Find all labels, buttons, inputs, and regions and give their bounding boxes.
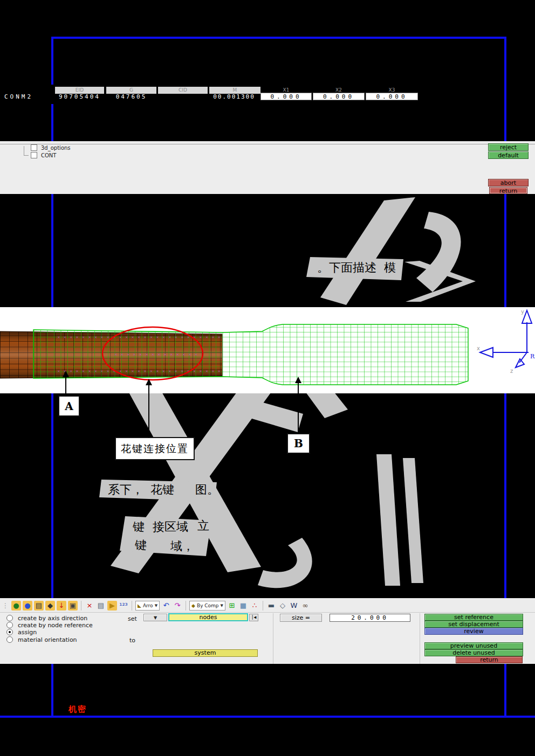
doc-text-fragment: 接区域 <box>153 521 188 533</box>
doc-text-fragment: 模 <box>384 262 396 274</box>
clip-view-icon[interactable]: ▬ <box>266 601 276 611</box>
set-dropdown[interactable]: ▼ <box>143 614 167 621</box>
panel-return-button[interactable]: return <box>456 656 523 663</box>
checkbox-label: 3d_options <box>41 145 71 151</box>
radio-icon <box>6 622 13 628</box>
delete-icon[interactable]: × <box>85 601 94 611</box>
hypermesh-panel: ⋮●●▤◆↓▣×▤▶¹²³◣Arro▼↶↷◆By Comp▼⊞■∴▬◇W∞ cr… <box>0 598 535 664</box>
wide-view-icon[interactable]: W <box>289 601 299 611</box>
system-button[interactable]: system <box>153 649 258 657</box>
wireframe-view-icon[interactable]: ⊞ <box>227 601 237 611</box>
spline-marker-row: ××××××××××××××××××××××××××× <box>57 369 224 373</box>
radio-create-by-axis-direction[interactable]: create by axis direction <box>6 615 87 621</box>
annotation-arrowhead <box>146 379 152 385</box>
new-session-icon[interactable]: ● <box>11 601 21 611</box>
solver-deck-icon[interactable]: ▣ <box>68 601 78 611</box>
glasses-icon[interactable]: ∞ <box>300 601 310 611</box>
checkbox-icon <box>31 152 37 158</box>
annotation-arrow <box>148 385 149 438</box>
field-x2[interactable]: 0.000 <box>313 93 365 100</box>
radio-label: material orientation <box>18 636 77 643</box>
delete-unused-button[interactable]: delete unused <box>424 649 523 656</box>
reject-button[interactable]: reject <box>488 143 529 151</box>
preview-unused-button[interactable]: preview unused <box>424 642 523 649</box>
save-file-icon[interactable]: ↓ <box>57 601 66 611</box>
option-tree-line <box>24 146 24 155</box>
doc-text-fragment: 系下， <box>108 484 143 496</box>
annotation-arrow <box>65 377 66 396</box>
doc-text-fragment: 键 <box>135 539 147 551</box>
shaded-view-icon[interactable]: ■ <box>238 601 248 611</box>
field-m[interactable]: 00.001300 <box>208 93 260 100</box>
annotation-b: B <box>287 433 310 454</box>
field-x1[interactable]: 0.000 <box>260 93 312 100</box>
hm-toolbar: ⋮●●▤◆↓▣×▤▶¹²³◣Arro▼↶↷◆By Comp▼⊞■∴▬◇W∞ <box>0 599 535 613</box>
export-file-icon[interactable]: ◆ <box>45 601 55 611</box>
radio-material-orientation[interactable]: material orientation <box>6 636 77 643</box>
annotation-spline-label: 花键连接位置 <box>115 437 195 460</box>
rotate-right-icon[interactable]: ↷ <box>173 601 182 611</box>
set-reference-button[interactable]: set reference <box>424 614 523 621</box>
radio-assign[interactable]: assign <box>6 629 37 635</box>
nodes-selector[interactable]: nodes <box>168 613 248 621</box>
doc-text-fragment: 花键 <box>150 484 174 496</box>
col-header-cid: CID <box>158 87 208 94</box>
axis-label-x: x <box>477 345 480 351</box>
option-3d-options-checkbox[interactable]: 3d_options <box>31 144 71 151</box>
wireframe-shaft-mesh <box>33 324 468 385</box>
panel-divider <box>420 613 420 664</box>
review-button[interactable]: review <box>424 628 523 635</box>
field-g[interactable]: 047605 <box>106 93 156 100</box>
annotation-arrowhead <box>63 371 69 377</box>
abort-button[interactable]: abort <box>488 179 529 186</box>
toolbar-grip: ⋮ <box>2 602 9 609</box>
doc-text-fragment: 图。 <box>195 484 219 496</box>
field-eid[interactable]: 90705404 <box>55 93 104 100</box>
selector-reset-button[interactable]: |◀ <box>249 614 258 621</box>
to-label: to <box>129 637 135 644</box>
card-editor-panel: 3d_options CONT reject default abort ret… <box>0 141 535 194</box>
annotation-a: A <box>58 396 80 417</box>
doc-text-fragment: 域， <box>170 540 194 552</box>
checkbox-icon <box>31 144 37 151</box>
option-tree-line <box>24 155 29 156</box>
axis-label-r: R <box>530 353 535 360</box>
open-model-icon[interactable]: ● <box>23 601 32 611</box>
radio-label: create by axis direction <box>18 615 87 622</box>
organize-icon[interactable]: ▶ <box>107 601 117 611</box>
axis-label-y: y <box>521 309 524 315</box>
axis-label-z: z <box>510 368 513 374</box>
doc-text-fragment: 立 <box>197 520 209 532</box>
checkbox-label: CONT <box>41 152 56 158</box>
page-border-bottom <box>0 716 535 718</box>
option-cont-checkbox[interactable]: CONT <box>31 152 56 158</box>
import-file-icon[interactable]: ▤ <box>34 601 44 611</box>
doc-text-fragment: 。下面描述 <box>317 262 376 274</box>
arrow-style-dropdown[interactable]: ◣Arro▼ <box>135 601 160 611</box>
toolbar-separator <box>263 601 263 611</box>
radio-create-by-node-reference[interactable]: create by node reference <box>6 622 93 628</box>
size-input[interactable]: 20.000 <box>330 614 410 622</box>
toolbar-separator <box>132 601 132 611</box>
color-by-comp-dropdown[interactable]: ◆By Comp▼ <box>189 601 225 611</box>
radio-label: assign <box>18 629 37 636</box>
rotate-left-icon[interactable]: ↶ <box>161 601 171 611</box>
toolbar-separator <box>186 601 186 611</box>
confidential-stamp: 机密 <box>68 704 87 715</box>
panel-divider <box>0 144 535 144</box>
radio-icon <box>6 615 13 621</box>
default-button[interactable]: default <box>488 151 529 159</box>
document-page: 。下面描述 模 系下， 花键 图。 键 接区域 立 键 域， EID G CID… <box>0 0 535 756</box>
panels-icon[interactable]: ▤ <box>96 601 106 611</box>
renumber-icon[interactable]: ¹²³ <box>119 601 128 611</box>
return-button[interactable]: return <box>489 187 527 194</box>
size-toggle-button[interactable]: size = <box>280 614 322 622</box>
element-handles-icon[interactable]: ∴ <box>250 601 259 611</box>
spline-marker-row: ××××××××××××××××××××××××××× <box>57 335 224 339</box>
field-x3[interactable]: 0.000 <box>366 93 418 100</box>
card-name: CONM2 <box>4 93 33 100</box>
panel-divider <box>273 613 273 664</box>
transparency-view-icon[interactable]: ◇ <box>278 601 287 611</box>
page-border-top <box>51 37 506 39</box>
set-displacement-button[interactable]: set displacement <box>424 621 523 628</box>
